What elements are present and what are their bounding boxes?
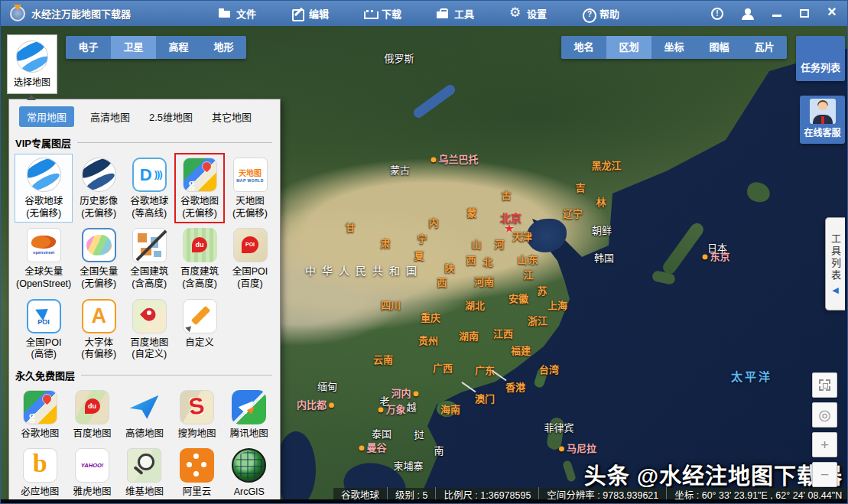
layer-label: 百度地图 bbox=[130, 337, 168, 350]
layer-baidu-maps[interactable]: 百度地图 bbox=[67, 386, 117, 444]
menu-file[interactable]: 文件 bbox=[219, 6, 256, 21]
layer-bing-maps[interactable]: 必应地图 bbox=[15, 444, 65, 501]
collapse-left-icon: ◀ bbox=[832, 285, 838, 295]
panel-tabs: 常用地图高清地图2.5维地图其它地图 bbox=[9, 99, 280, 132]
buildings-icon bbox=[132, 228, 167, 262]
section-header: VIP专属图层 bbox=[15, 135, 272, 150]
tianditu-icon bbox=[233, 158, 268, 192]
close-button[interactable] bbox=[827, 8, 838, 19]
layer-gaode-maps[interactable]: 高德地图 bbox=[119, 386, 170, 444]
info-tabs: 地名区划坐标图幅瓦片 bbox=[561, 36, 787, 59]
tab-coordinates[interactable]: 坐标 bbox=[651, 36, 697, 59]
tencent-maps-icon bbox=[232, 390, 266, 424]
map-island-hainan bbox=[437, 401, 457, 417]
app-logo-icon bbox=[10, 6, 25, 21]
tool-list-tab[interactable]: 工具列表 ◀ bbox=[825, 217, 845, 311]
custom-edit-icon bbox=[183, 299, 217, 333]
layer-label: 大字体 bbox=[84, 337, 113, 350]
baidu-maps-icon bbox=[75, 390, 109, 424]
layer-google-earth-contour[interactable]: 谷歌地球(等高线) bbox=[125, 154, 174, 223]
notification-icon[interactable] bbox=[711, 8, 723, 20]
layer-tianditu[interactable]: 天地图(无偏移) bbox=[226, 154, 275, 223]
menu-help-label: 帮助 bbox=[599, 6, 619, 21]
locate-button[interactable]: ◎ bbox=[812, 402, 837, 428]
layer-google-maps[interactable]: 谷歌地图(无偏移) bbox=[174, 153, 225, 223]
customer-service-avatar bbox=[810, 99, 836, 124]
minimize-button[interactable] bbox=[772, 15, 781, 17]
tab-districts[interactable]: 区划 bbox=[606, 36, 651, 59]
tab-mapsheet[interactable]: 图幅 bbox=[697, 36, 742, 59]
app-window: 俄罗斯乌兰巴托蒙古黑龙江吉林辽宁北京★天津朝鲜韩国日本东京甘肃内蒙古宁夏山西河北… bbox=[0, 0, 848, 504]
download-icon bbox=[364, 8, 376, 19]
menu-bar: 文件编辑下载工具设置帮助 bbox=[219, 6, 619, 21]
menu-download[interactable]: 下载 bbox=[364, 6, 401, 21]
fit-view-button[interactable] bbox=[812, 372, 837, 398]
layer-china-vector[interactable]: 全国矢量(无偏移) bbox=[74, 224, 123, 293]
zoom-in-button[interactable]: + bbox=[812, 432, 837, 457]
select-map-button[interactable]: 选择地图 bbox=[7, 34, 57, 94]
layer-google-maps[interactable]: 谷歌地图 bbox=[15, 386, 65, 444]
tab-placenames[interactable]: 地名 bbox=[561, 36, 606, 59]
layer-baidu-custom[interactable]: 百度地图(自定义) bbox=[125, 295, 174, 364]
gaode-maps-icon bbox=[127, 390, 161, 424]
menu-help[interactable]: 帮助 bbox=[582, 6, 619, 21]
layer-arcgis[interactable]: ArcGIS bbox=[224, 444, 275, 501]
layer-label: 全国POI bbox=[26, 337, 62, 350]
layer-poi-baidu[interactable]: 全国POI(百度) bbox=[226, 224, 275, 293]
layer-wiki-maps[interactable]: 维基地图 bbox=[119, 444, 170, 501]
tab-elevation[interactable]: 高程 bbox=[156, 36, 201, 59]
layer-sublabel: (高德) bbox=[31, 349, 56, 361]
layer-sublabel: (无偏移) bbox=[81, 278, 116, 291]
layer-sublabel: (含高度) bbox=[132, 278, 167, 291]
layer-poi-gaode[interactable]: 全国POI(高德) bbox=[15, 295, 73, 364]
customer-service-button[interactable]: 在线客服 bbox=[800, 96, 845, 144]
layer-history-imagery[interactable]: 历史影像(无偏移) bbox=[74, 154, 123, 223]
layer-custom-edit[interactable]: 自定义 bbox=[175, 295, 224, 364]
avatar-head bbox=[818, 102, 827, 110]
layer-sublabel: (无偏移) bbox=[232, 208, 268, 220]
layer-yahoo-maps[interactable]: 雅虎地图 bbox=[67, 444, 117, 501]
tab-hd-maps[interactable]: 高清地图 bbox=[87, 106, 133, 127]
maximize-button[interactable] bbox=[800, 9, 809, 18]
layer-google-earth[interactable]: 谷歌地球(无偏移) bbox=[15, 154, 73, 223]
section-divider bbox=[77, 142, 272, 143]
layer-sublabel: (等高线) bbox=[132, 208, 167, 220]
layer-baidu-buildings[interactable]: 百度建筑(含高度) bbox=[175, 224, 224, 293]
baidu-custom-icon bbox=[132, 299, 167, 333]
tab-25d-maps[interactable]: 2.5维地图 bbox=[146, 106, 196, 127]
menu-tools-label: 工具 bbox=[454, 6, 474, 21]
layer-tencent-maps[interactable]: 腾讯地图 bbox=[224, 386, 275, 444]
layer-sogou-maps[interactable]: 搜狗地图 bbox=[171, 386, 222, 444]
layer-label: 高德地图 bbox=[125, 428, 164, 441]
tab-other-maps[interactable]: 其它地图 bbox=[209, 106, 255, 127]
layer-sublabel: (无偏移) bbox=[81, 208, 116, 220]
layer-large-font[interactable]: 大字体(有偏移) bbox=[74, 295, 123, 364]
section-title: 永久免费图层 bbox=[15, 368, 75, 382]
menu-download-label: 下载 bbox=[382, 6, 401, 21]
layer-label: 全球矢量 bbox=[24, 266, 63, 278]
tab-terrain[interactable]: 地形 bbox=[201, 36, 246, 59]
app-title: 水经注万能地图下载器 bbox=[31, 6, 131, 21]
layer-label: 自定义 bbox=[185, 337, 214, 350]
aliyun-icon bbox=[180, 448, 214, 483]
user-icon[interactable] bbox=[742, 8, 754, 19]
menu-edit[interactable]: 编辑 bbox=[291, 6, 329, 21]
tab-common-maps[interactable]: 常用地图 bbox=[19, 106, 74, 127]
tab-tiles[interactable]: 瓦片 bbox=[742, 36, 787, 59]
title-bar: 水经注万能地图下载器 文件编辑下载工具设置帮助 bbox=[1, 1, 847, 26]
menu-settings[interactable]: 设置 bbox=[509, 6, 547, 21]
baidu-buildings-icon bbox=[183, 228, 217, 262]
large-font-icon bbox=[82, 299, 116, 333]
layer-label: 谷歌地图 bbox=[180, 196, 219, 208]
tab-satellite[interactable]: 卫星 bbox=[111, 36, 156, 59]
google-maps-icon bbox=[183, 158, 217, 192]
layer-aliyun[interactable]: 阿里云 bbox=[171, 444, 222, 501]
bottom-strip bbox=[1, 499, 847, 503]
menu-tools[interactable]: 工具 bbox=[437, 6, 474, 21]
layer-openstreet[interactable]: 全球矢量(OpenStreet) bbox=[15, 224, 73, 293]
task-list-button[interactable]: 任务列表 bbox=[796, 36, 845, 81]
tab-electronic[interactable]: 电子 bbox=[66, 36, 111, 59]
layer-buildings[interactable]: 全国建筑(含高度) bbox=[125, 224, 174, 293]
zoom-out-button[interactable]: − bbox=[812, 462, 837, 487]
edit-icon bbox=[291, 8, 304, 19]
